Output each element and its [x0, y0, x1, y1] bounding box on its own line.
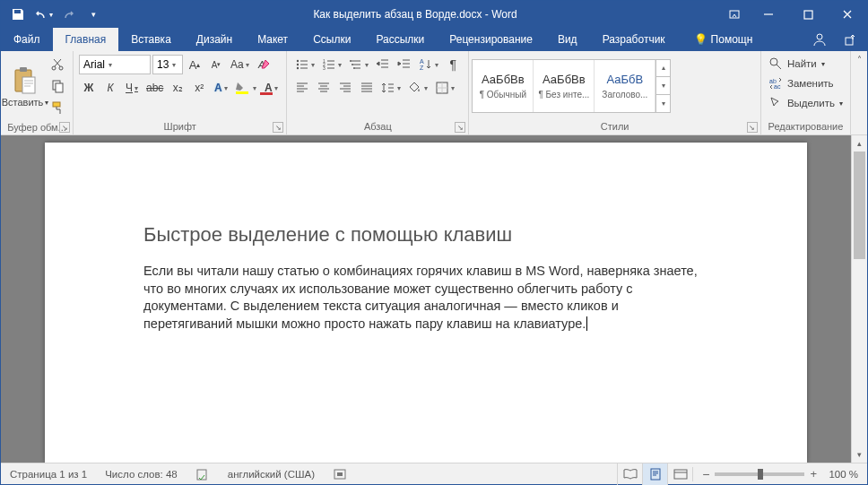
- ribbon-tabs: Файл Главная Вставка Дизайн Макет Ссылки…: [1, 28, 867, 51]
- share-icon[interactable]: [838, 32, 864, 47]
- language[interactable]: английский (США): [219, 463, 324, 484]
- indent-decrease-icon[interactable]: [373, 55, 393, 74]
- zoom-in-icon[interactable]: +: [810, 467, 817, 481]
- scroll-down-icon[interactable]: ▾: [852, 446, 867, 463]
- underline-button[interactable]: Ч: [122, 78, 142, 98]
- tab-layout[interactable]: Макет: [245, 28, 300, 51]
- scroll-up-icon[interactable]: ▴: [852, 135, 867, 152]
- web-layout-icon[interactable]: [667, 463, 692, 485]
- superscript-button[interactable]: x²: [189, 78, 209, 98]
- gallery-more-icon[interactable]: ▾: [656, 94, 670, 112]
- redo-icon[interactable]: [56, 3, 80, 26]
- account-icon[interactable]: [806, 31, 833, 48]
- scroll-track[interactable]: [852, 152, 867, 446]
- cut-icon[interactable]: [48, 55, 67, 74]
- style-normal[interactable]: АаБбВв¶ Обычный: [473, 60, 534, 112]
- style-heading1[interactable]: АаБбВЗаголово...: [595, 60, 655, 112]
- borders-icon[interactable]: [432, 78, 457, 98]
- align-left-icon[interactable]: [292, 78, 312, 98]
- save-icon[interactable]: [6, 3, 30, 26]
- tab-home[interactable]: Главная: [53, 28, 119, 51]
- print-layout-icon[interactable]: [642, 463, 667, 485]
- group-label: Шрифт: [164, 121, 196, 132]
- shrink-font-icon[interactable]: A▾: [206, 55, 226, 74]
- paste-button[interactable]: Вставить▾: [6, 65, 44, 108]
- dialog-launcher-icon[interactable]: ↘: [59, 122, 70, 133]
- read-mode-icon[interactable]: [617, 463, 642, 485]
- svg-point-15: [297, 60, 299, 62]
- zoom-out-icon[interactable]: −: [702, 467, 709, 481]
- tab-design[interactable]: Дизайн: [184, 28, 245, 51]
- bold-button[interactable]: Ж: [79, 78, 99, 98]
- select-label: Выделить: [787, 98, 835, 108]
- shading-icon[interactable]: [405, 78, 430, 98]
- gallery-up-icon[interactable]: ▴: [656, 60, 670, 77]
- numbering-icon[interactable]: 123: [319, 55, 344, 74]
- tab-mailings[interactable]: Рассылки: [363, 28, 437, 51]
- line-spacing-icon[interactable]: [378, 78, 404, 98]
- tab-references[interactable]: Ссылки: [300, 28, 363, 51]
- show-marks-icon[interactable]: ¶: [443, 55, 463, 74]
- scroll-thumb[interactable]: [854, 152, 865, 259]
- sort-icon[interactable]: AZ: [416, 55, 441, 74]
- replace-button[interactable]: abacЗаменить: [768, 74, 834, 92]
- font-color-icon[interactable]: A: [261, 78, 281, 98]
- svg-rect-10: [53, 81, 60, 90]
- qat-customize-icon[interactable]: ▾: [82, 3, 105, 26]
- svg-rect-2: [804, 11, 812, 19]
- font-size-combo[interactable]: 13▾: [152, 55, 183, 74]
- clear-format-icon[interactable]: A: [254, 55, 273, 74]
- format-painter-icon[interactable]: [48, 98, 67, 117]
- undo-icon[interactable]: ▾: [31, 3, 55, 26]
- multilevel-icon[interactable]: [346, 55, 371, 74]
- grow-font-icon[interactable]: A▴: [185, 55, 204, 74]
- text-effects-icon[interactable]: A: [211, 78, 230, 98]
- indent-increase-icon[interactable]: [395, 55, 414, 74]
- group-styles: АаБбВв¶ Обычный АаБбВв¶ Без инте... АаБб…: [469, 51, 761, 134]
- find-button[interactable]: Найти▾: [768, 55, 825, 73]
- select-button[interactable]: Выделить▾: [768, 94, 843, 112]
- view-buttons: [617, 463, 692, 485]
- zoom-knob[interactable]: [758, 469, 763, 480]
- gallery-down-icon[interactable]: ▾: [656, 76, 670, 94]
- font-name-combo[interactable]: Arial▾: [79, 55, 151, 74]
- page[interactable]: Быстрое выделение с помощью клавиш Если …: [45, 143, 807, 463]
- minimize-icon[interactable]: [749, 1, 788, 28]
- bullets-icon[interactable]: [292, 55, 317, 74]
- dialog-launcher-icon[interactable]: ↘: [273, 122, 283, 133]
- highlight-icon[interactable]: [232, 78, 259, 98]
- style-nospacing[interactable]: АаБбВв¶ Без инте...: [534, 60, 595, 112]
- tab-developer[interactable]: Разработчик: [590, 28, 678, 51]
- tab-insert[interactable]: Вставка: [118, 28, 184, 51]
- svg-rect-7: [22, 77, 35, 93]
- copy-icon[interactable]: [48, 76, 67, 96]
- macro-icon[interactable]: [324, 463, 356, 484]
- close-icon[interactable]: [828, 1, 867, 28]
- align-right-icon[interactable]: [335, 78, 355, 98]
- tab-view[interactable]: Вид: [545, 28, 590, 51]
- maximize-icon[interactable]: [788, 1, 828, 28]
- word-count[interactable]: Число слов: 48: [96, 463, 187, 484]
- subscript-button[interactable]: x₂: [168, 78, 187, 98]
- font-name-value: Arial: [83, 58, 105, 71]
- svg-rect-33: [337, 472, 343, 476]
- zoom-level[interactable]: 100 %: [822, 469, 858, 480]
- font-size-value: 13: [157, 58, 169, 71]
- tab-review[interactable]: Рецензирование: [437, 28, 545, 51]
- zoom-slider[interactable]: [715, 472, 804, 476]
- change-case-icon[interactable]: Aa: [228, 55, 252, 74]
- svg-point-23: [353, 67, 355, 69]
- page-count[interactable]: Страница 1 из 1: [1, 463, 96, 484]
- tab-file[interactable]: Файл: [1, 28, 53, 51]
- align-center-icon[interactable]: [314, 78, 334, 98]
- dialog-launcher-icon[interactable]: ↘: [747, 122, 758, 133]
- tell-me[interactable]: 💡Помощн: [681, 28, 766, 51]
- ribbon-options-icon[interactable]: [720, 1, 749, 28]
- italic-button[interactable]: К: [100, 78, 120, 98]
- proofing-icon[interactable]: [187, 463, 219, 484]
- justify-icon[interactable]: [357, 78, 377, 98]
- collapse-ribbon-icon[interactable]: ˄: [851, 51, 867, 134]
- dialog-launcher-icon[interactable]: ↘: [455, 122, 465, 133]
- svg-text:ac: ac: [774, 83, 781, 90]
- strike-button[interactable]: abc: [143, 78, 166, 98]
